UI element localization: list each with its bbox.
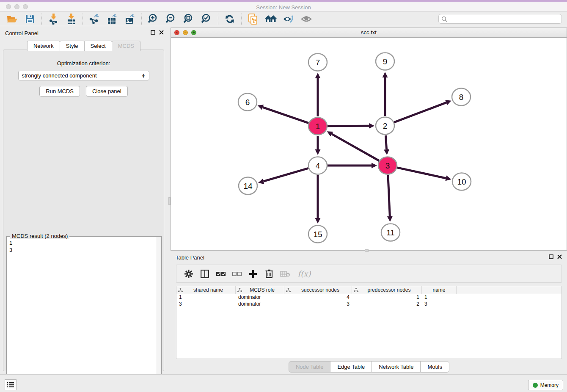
show-graphics-details-icon[interactable] [300,13,313,25]
graph-node-label: 8 [459,93,464,102]
open-session-icon[interactable] [6,13,19,25]
mcds-result-text[interactable]: 1 3 [8,239,156,392]
add-column-icon[interactable] [247,268,259,280]
graph-node-4[interactable]: 4 [308,157,327,174]
import-network-icon[interactable] [47,13,60,25]
graph-node-11[interactable]: 11 [381,224,400,241]
delete-table-icon [279,268,292,280]
graph-node-7[interactable]: 7 [308,54,327,71]
graph-node-10[interactable]: 10 [452,173,471,190]
graph-edge-1-2[interactable] [328,123,374,129]
column-header-mcds-role[interactable]: MCDS role [236,286,284,294]
graph-node-label: 1 [316,122,320,131]
close-panel-icon[interactable] [557,254,562,259]
network-maximize-icon[interactable]: + [191,30,196,35]
cell-mcds-role[interactable]: dominator [236,294,284,301]
table-row[interactable]: 1 dominator 4 1 1 [176,294,561,301]
import-table-icon[interactable] [64,13,78,25]
export-image-icon[interactable] [123,13,137,25]
graph-node-1[interactable]: 1 [308,118,327,135]
column-type-icon [237,288,242,293]
close-panel-icon[interactable] [159,30,164,35]
cell-predecessor-nodes[interactable]: 1 [352,294,422,301]
column-header-successor-nodes[interactable]: successor nodes [284,286,352,294]
task-history-button[interactable] [5,379,17,390]
table-settings-icon[interactable] [182,268,195,280]
graph-edge-4-15[interactable] [315,175,321,224]
delete-column-icon[interactable] [263,268,275,280]
graph-node-label: 15 [313,230,322,239]
cell-name[interactable]: 1 [422,294,457,301]
zoom-fit-icon[interactable] [182,13,195,25]
graph-node-15[interactable]: 15 [308,226,327,243]
clone-network-icon[interactable] [246,13,260,25]
criterion-dropdown[interactable]: strongly connected component ▲▼ [18,71,149,80]
column-header-shared-name[interactable]: shared name [176,286,236,294]
zoom-in-icon[interactable] [146,13,160,25]
graph-edge-4-14[interactable] [258,168,308,184]
graph-edge-1-6[interactable] [258,105,309,123]
save-session-icon[interactable] [23,13,37,25]
show-columns-icon[interactable] [198,268,211,280]
export-table-icon[interactable] [105,13,119,25]
select-all-icon[interactable] [215,268,227,280]
cell-successor-nodes[interactable]: 4 [284,294,352,301]
hide-graphics-details-icon[interactable] [282,13,295,25]
control-panel-title: Control Panel [5,30,39,36]
cell-mcds-role[interactable]: dominator [236,301,284,308]
tab-mcds[interactable]: MCDS [112,41,140,51]
close-panel-button[interactable]: Close panel [86,86,128,97]
run-mcds-button[interactable]: Run MCDS [39,86,80,97]
network-minimize-icon[interactable]: – [183,30,188,35]
tab-select[interactable]: Select [84,41,112,51]
splitter-handle[interactable] [168,197,171,205]
graph-node-14[interactable]: 14 [239,177,257,195]
toolbar-separator [241,14,242,25]
result-scrollbar[interactable] [157,237,161,392]
graph-node-label: 9 [383,57,388,66]
refresh-layout-icon[interactable] [223,13,237,25]
float-panel-icon[interactable] [151,30,155,35]
graph-edge-2-9[interactable] [383,72,388,116]
tab-network-table[interactable]: Network Table [372,361,421,373]
graph-edge-3-10[interactable] [397,168,451,181]
table-row[interactable]: 3 dominator 3 2 3 [176,301,561,308]
graph-edge-3-1[interactable] [327,131,379,160]
float-panel-icon[interactable] [549,254,553,259]
graph-node-9[interactable]: 9 [376,53,394,70]
zoom-selected-icon[interactable] [200,13,213,25]
network-canvas[interactable]: 7968124314101511 [171,38,567,250]
graph-edge-2-3[interactable] [384,135,389,155]
memory-button[interactable]: Memory [528,380,563,390]
tab-network[interactable]: Network [27,41,60,51]
graph-edge-3-11[interactable] [387,175,393,222]
graph-node-8[interactable]: 8 [452,88,471,106]
deselect-all-icon[interactable] [231,268,243,280]
search-input[interactable] [447,16,559,22]
column-header-predecessor-nodes[interactable]: predecessor nodes [352,286,422,294]
graph-edge-2-8[interactable] [394,100,451,122]
network-title: scc.txt [171,28,567,37]
zoom-out-icon[interactable] [164,13,178,25]
network-titlebar[interactable]: × – + scc.txt [171,28,567,38]
tab-edge-table[interactable]: Edge Table [330,361,372,373]
tab-motifs[interactable]: Motifs [420,361,449,373]
graph-node-2[interactable]: 2 [376,117,394,135]
export-network-icon[interactable] [88,13,101,25]
column-header-name[interactable]: name [422,286,457,294]
search-box[interactable] [438,14,562,24]
cell-shared-name[interactable]: 1 [176,294,236,301]
tab-style[interactable]: Style [60,41,85,51]
graph-edge-1-4[interactable] [315,136,321,155]
graph-edge-1-7[interactable] [315,73,321,116]
home-icon[interactable] [264,13,278,25]
cell-shared-name[interactable]: 3 [176,301,236,308]
graph-node-6[interactable]: 6 [238,94,257,111]
network-close-icon[interactable]: × [174,30,179,35]
cell-name[interactable]: 3 [422,301,457,308]
graph-edge-4-3[interactable] [328,163,377,168]
cell-predecessor-nodes[interactable]: 2 [352,301,422,308]
tab-node-table[interactable]: Node Table [289,361,331,373]
graph-node-3[interactable]: 3 [378,157,397,174]
cell-successor-nodes[interactable]: 3 [284,301,352,308]
